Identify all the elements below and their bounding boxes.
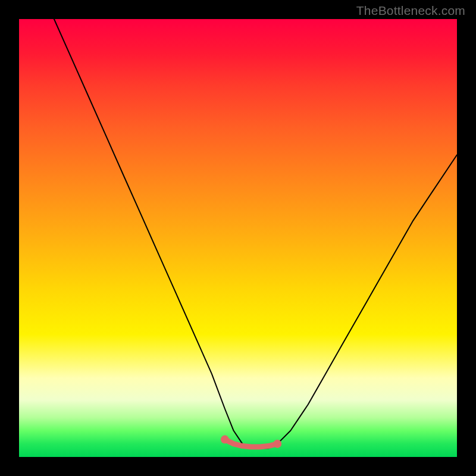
curve-svg [19, 19, 457, 457]
plot-area [19, 19, 457, 457]
watermark-text: TheBottleneck.com [356, 4, 465, 18]
bottleneck-curve [54, 19, 457, 448]
flat-endpoint-dot [273, 440, 281, 448]
flat-bottom-highlight [221, 436, 281, 448]
flat-bottom-path [225, 440, 277, 447]
flat-endpoint-dot [221, 436, 229, 444]
chart-frame: TheBottleneck.com [0, 0, 476, 476]
